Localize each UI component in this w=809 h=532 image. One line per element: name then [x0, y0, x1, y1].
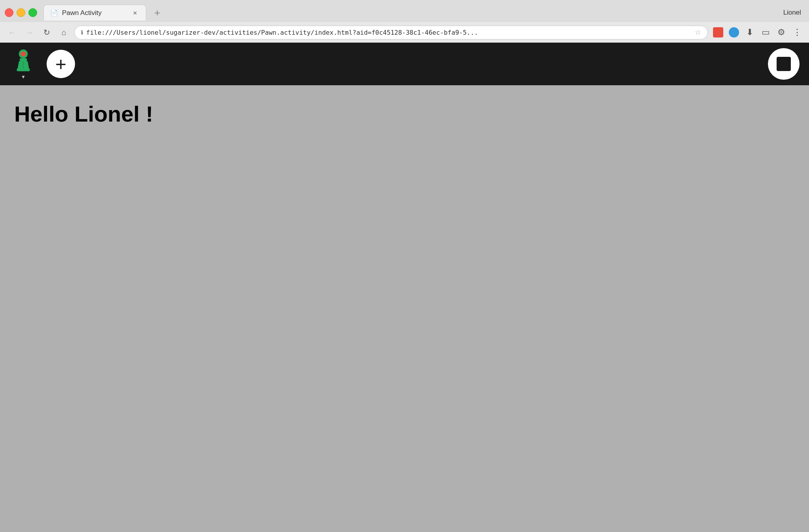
tab-close-button[interactable]: ✕	[131, 9, 139, 17]
active-tab[interactable]: 📄 Pawn Activity ✕	[43, 5, 146, 21]
home-button[interactable]: ⌂	[57, 25, 71, 39]
address-text: file:///Users/lionel/sugarizer-dev/activ…	[86, 29, 689, 36]
extension-blue-icon[interactable]	[727, 25, 741, 39]
svg-rect-2	[20, 58, 27, 61]
tab-favicon-icon: 📄	[50, 9, 58, 17]
browser-toolbar-icons: ⬇ ▭ ⚙ ⋮	[711, 25, 804, 39]
refresh-button[interactable]: ↻	[40, 25, 54, 39]
browser-menu-button[interactable]: ⋮	[790, 25, 804, 39]
maximize-traffic-light[interactable]	[28, 8, 37, 17]
add-button[interactable]: +	[47, 50, 75, 78]
page-body: Hello Lionel !	[0, 85, 809, 142]
traffic-lights	[5, 8, 37, 17]
stop-icon	[777, 57, 791, 71]
close-traffic-light[interactable]	[5, 8, 13, 17]
page-content: Hello Lionel !	[0, 85, 809, 532]
extension-download-icon[interactable]: ⬇	[743, 25, 757, 39]
address-bar: ← → ↻ ⌂ ℹ file:///Users/lionel/sugarizer…	[0, 22, 809, 43]
back-button[interactable]: ←	[5, 25, 19, 39]
extension-red-icon[interactable]	[711, 25, 725, 39]
minimize-traffic-light[interactable]	[17, 8, 25, 17]
extension-settings-icon[interactable]: ⚙	[774, 25, 788, 39]
tab-title: Pawn Activity	[62, 9, 127, 17]
new-tab-button[interactable]: +	[149, 6, 165, 20]
pawn-dropdown-icon: ▼	[21, 74, 26, 80]
address-field[interactable]: ℹ file:///Users/lionel/sugarizer-dev/act…	[74, 25, 708, 39]
bookmark-star-icon[interactable]: ☆	[695, 28, 701, 37]
browser-window: 📄 Pawn Activity ✕ + Lionel ← → ↻ ⌂ ℹ fil…	[0, 0, 809, 532]
app-toolbar: ▼ +	[0, 43, 809, 85]
secure-icon: ℹ	[81, 29, 83, 36]
hello-text: Hello Lionel !	[14, 101, 795, 127]
svg-rect-4	[17, 68, 30, 71]
extension-cast-icon[interactable]: ▭	[758, 25, 773, 39]
forward-button[interactable]: →	[22, 25, 36, 39]
stop-button[interactable]	[768, 48, 800, 80]
tab-bar: 📄 Pawn Activity ✕ + Lionel	[0, 0, 809, 22]
svg-point-1	[21, 51, 26, 56]
pawn-activity-icon[interactable]: ▼	[9, 48, 37, 80]
user-name: Lionel	[783, 9, 804, 17]
